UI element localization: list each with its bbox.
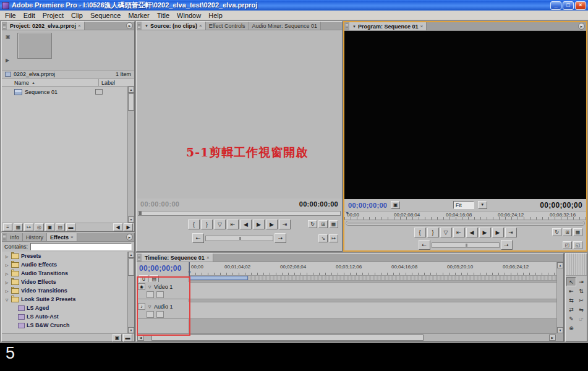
effects-folder-look-suite[interactable]: ▽ Look Suite 2 Presets <box>2 295 134 304</box>
go-to-out-button[interactable]: ⇥ <box>279 220 291 229</box>
slip-tool[interactable]: ⇄ <box>566 305 576 314</box>
output-button[interactable]: ▦ <box>329 220 338 228</box>
step-forward-button[interactable]: ▶ <box>266 220 278 229</box>
program-view-area-bar[interactable] <box>346 221 585 226</box>
program-current-timecode[interactable]: 00;00;00;00 <box>348 202 387 209</box>
pen-tool[interactable]: ✎ <box>566 314 576 323</box>
effects-folder-video-transitions[interactable]: ▷ Video Transitions <box>2 286 134 295</box>
menu-sequence[interactable]: Sequence <box>87 11 125 20</box>
tab-close-icon[interactable]: × <box>78 23 81 28</box>
timeline-vertical-scrollbar[interactable]: ▲ ▼ <box>556 262 563 333</box>
contains-input[interactable] <box>30 243 132 250</box>
find-button[interactable]: ◎ <box>35 223 44 231</box>
audio-track-content[interactable] <box>189 302 556 319</box>
tab-close-icon[interactable]: × <box>199 23 202 28</box>
go-to-next-edit-button[interactable]: ⇢ <box>501 240 513 250</box>
label-color-chip[interactable] <box>95 89 103 95</box>
timeline-time-ruler[interactable]: 00;00 00;01;04;02 00;02;08;04 00;03;12;0… <box>189 262 556 276</box>
tab-info[interactable]: Info <box>7 233 23 241</box>
loop-button[interactable]: ↻ <box>308 220 317 228</box>
panel-menu-icon[interactable]: ▸ <box>578 23 585 30</box>
scrubber-playhead[interactable] <box>139 211 142 215</box>
panel-menu-icon[interactable]: ▸ <box>126 22 133 29</box>
zoom-level-select[interactable]: Fit <box>453 201 474 209</box>
set-marker-button[interactable]: ▽ <box>440 228 452 237</box>
timeline-horizontal-scrollbar[interactable]: ◀ ▶ <box>137 333 556 341</box>
go-to-out-button[interactable]: ⇥ <box>505 228 517 237</box>
overlay-button[interactable]: ↦ <box>329 234 338 242</box>
menu-window[interactable]: Window <box>173 11 205 20</box>
twirl-closed-icon[interactable]: ▷ <box>4 289 9 293</box>
twirl-closed-icon[interactable]: ▷ <box>4 271 9 276</box>
set-in-point-button[interactable]: { <box>188 220 200 229</box>
twirl-closed-icon[interactable]: ▷ <box>4 254 9 258</box>
scroll-thumb[interactable] <box>128 258 134 276</box>
loop-button[interactable]: ↻ <box>552 228 561 236</box>
extract-button[interactable]: ◱ <box>573 241 582 249</box>
twirl-closed-icon[interactable]: ▷ <box>4 280 9 284</box>
scroll-thumb[interactable] <box>151 335 424 341</box>
toggle-track-output-eye-icon[interactable]: ◉ <box>138 283 145 290</box>
keyframe-nav-icon[interactable] <box>156 291 164 298</box>
step-forward-button[interactable]: ▶ <box>492 228 504 237</box>
icon-view-button[interactable]: ▦ <box>14 223 23 231</box>
tab-project[interactable]: Project: 0202_elva.prproj × <box>7 22 85 30</box>
tab-source[interactable]: ▼ Source: (no clips) × <box>142 22 206 30</box>
tab-timeline[interactable]: Timeline: Sequence 01 × <box>142 254 213 262</box>
effects-folder-audio-effects[interactable]: ▷ Audio Effects <box>2 260 134 269</box>
preview-play-icon[interactable]: ▶ <box>6 58 9 63</box>
zoom-tool[interactable]: ⊕ <box>566 323 576 333</box>
video-track-content[interactable] <box>189 282 556 299</box>
new-bin-button[interactable]: ▣ <box>45 223 54 231</box>
output-button[interactable]: ▦ <box>573 228 582 236</box>
tab-close-icon[interactable]: × <box>70 234 74 240</box>
insert-button[interactable]: ↘ <box>318 234 328 242</box>
menu-edit[interactable]: Edit <box>20 11 39 20</box>
audio-track-header[interactable]: ♪ ▽ Audio 1 <box>137 302 189 319</box>
menu-clip[interactable]: Clip <box>67 11 87 20</box>
scroll-right-icon[interactable]: ▶ <box>124 223 133 231</box>
scroll-down-icon[interactable]: ▼ <box>128 216 134 223</box>
program-duration-timecode[interactable]: 00;00;00;00 <box>540 201 582 210</box>
scroll-thumb[interactable] <box>128 93 134 111</box>
close-button[interactable]: × <box>575 1 586 10</box>
effects-folder-audio-transitions[interactable]: ▷ Audio Transitions <box>2 269 134 278</box>
maximize-button[interactable]: □ <box>563 1 574 10</box>
toggle-track-output-speaker-icon[interactable]: ♪ <box>138 303 145 310</box>
source-duration-timecode[interactable]: 00:00:00:00 <box>299 200 338 208</box>
track-lock-icon[interactable] <box>147 311 154 318</box>
twirl-open-icon[interactable]: ▽ <box>147 304 152 309</box>
tab-close-icon[interactable]: × <box>420 23 424 29</box>
hand-tool[interactable]: ☞ <box>576 314 586 323</box>
effects-folder-presets[interactable]: ▷ Presets <box>2 252 134 260</box>
razor-tool[interactable]: ✂ <box>576 296 586 305</box>
jog-slider[interactable] <box>432 242 500 248</box>
tab-program[interactable]: ▼ Program: Sequence 01 × <box>349 22 427 30</box>
track-lock-icon[interactable] <box>147 291 154 298</box>
timeline-current-timecode[interactable]: 00;00;00;00 <box>139 264 182 273</box>
new-item-button[interactable]: ▤ <box>56 223 65 231</box>
play-button[interactable]: ▶ <box>253 220 265 229</box>
set-out-point-button[interactable]: } <box>201 220 213 229</box>
program-time-ruler[interactable]: ▼ 00;00 00;02;08;04 00;04;16;08 00;06;24… <box>344 211 586 220</box>
source-current-timecode[interactable]: 00:00:00:00 <box>140 200 179 208</box>
tab-audio-mixer[interactable]: Audio Mixer: Sequence 01 <box>249 22 322 30</box>
keyframe-nav-icon[interactable] <box>156 311 164 318</box>
set-out-point-button[interactable]: } <box>427 228 439 237</box>
go-to-next-edit-button[interactable]: ⇢ <box>275 233 286 243</box>
effects-preset-ls-bw[interactable]: LS B&W Crunch <box>2 321 134 330</box>
step-back-button[interactable]: ◀ <box>240 220 252 229</box>
scroll-up-icon[interactable]: ▲ <box>557 262 563 268</box>
scroll-right-icon[interactable]: ▶ <box>549 335 556 341</box>
project-item-sequence[interactable]: Sequence 01 <box>2 88 127 96</box>
panel-menu-icon[interactable]: ▸ <box>126 234 133 241</box>
ripple-edit-tool[interactable]: ⇤ <box>566 286 576 296</box>
menu-file[interactable]: File <box>1 11 20 20</box>
effects-preset-ls-aged[interactable]: LS Aged <box>2 304 134 312</box>
scroll-down-icon[interactable]: ▼ <box>557 327 563 333</box>
menu-marker[interactable]: Marker <box>124 11 153 20</box>
rate-stretch-tool[interactable]: ⇆ <box>566 296 576 305</box>
scroll-up-icon[interactable]: ▲ <box>128 87 134 93</box>
effects-preset-ls-auto[interactable]: LS Auto-Ast <box>2 312 134 321</box>
twirl-open-icon[interactable]: ▽ <box>147 284 152 289</box>
